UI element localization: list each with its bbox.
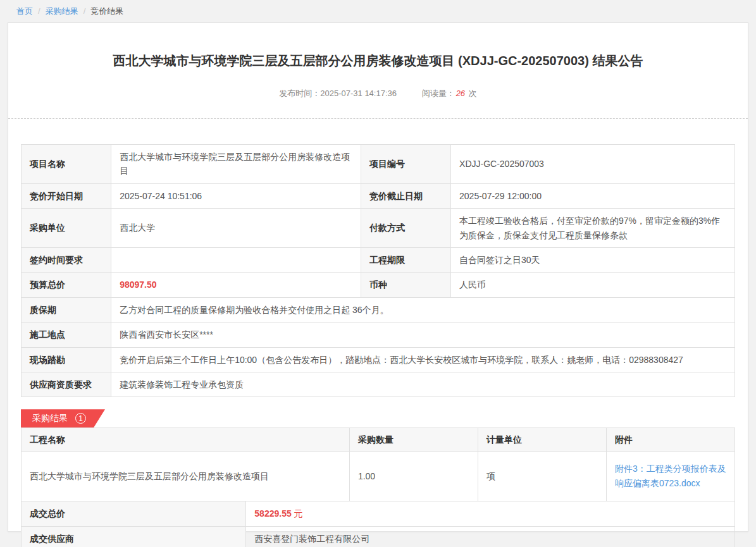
project-info-table: 项目名称 西北大学城市与环境学院三层及五层部分公用房装修改造项目 项目编号 XD…: [21, 144, 735, 397]
result-project-name: 西北大学城市与环境学院三层及五层部分公用房装修改造项目: [22, 452, 350, 501]
meta-line: 发布时间：2025-07-31 14:17:36 阅读量：26 次: [21, 88, 735, 99]
field-value-payment-method: 本工程竣工验收合格后，付至审定价款的97%，留审定金额的3%作为质保金，质保金支…: [451, 209, 735, 248]
field-value-site-survey: 竞价开启后第三个工作日上午10:00（包含公告发布日），踏勘地点：西北大学长安校…: [111, 347, 735, 372]
result-quantity: 1.00: [349, 452, 478, 501]
field-value-project-name: 西北大学城市与环境学院三层及五层部分公用房装修改造项目: [111, 145, 361, 184]
column-header-project-name: 工程名称: [22, 428, 350, 452]
field-label-construction-site: 施工地点: [22, 323, 111, 347]
table-row: 成交供应商 西安喜登门装饰工程有限公司: [22, 526, 735, 547]
field-value-project-duration: 自合同签订之日30天: [451, 247, 735, 272]
table-row: 施工地点 陕西省西安市长安区****: [22, 323, 735, 347]
field-value-budget-total: 98097.50: [111, 273, 361, 297]
field-label-project-number: 项目编号: [361, 145, 450, 184]
table-row: 采购单位 西北大学 付款方式 本工程竣工验收合格后，付至审定价款的97%，留审定…: [22, 209, 735, 248]
table-row: 供应商资质要求 建筑装修装饰工程专业承包资质: [22, 372, 735, 396]
page-title: 西北大学城市与环境学院三层及五层部分公用房装修改造项目 (XDJJ-GC-202…: [59, 23, 697, 70]
breadcrumb-current-bidding-results: 竞价结果: [90, 6, 123, 16]
field-value-warranty-period: 乙方对合同工程的质量保修期为验收合格并交付使用之日起 36个月。: [111, 297, 735, 322]
field-label-payment-method: 付款方式: [361, 209, 450, 248]
table-row: 项目名称 西北大学城市与环境学院三层及五层部分公用房装修改造项目 项目编号 XD…: [22, 145, 735, 184]
field-label-project-name: 项目名称: [22, 145, 111, 184]
procurement-result-table: 工程名称 采购数量 计量单位 附件 西北大学城市与环境学院三层及五层部分公用房装…: [21, 427, 735, 501]
breadcrumb-link-home[interactable]: 首页: [16, 6, 33, 16]
publish-time: 发布时间：2025-07-31 14:17:36: [279, 89, 397, 98]
breadcrumb: 首页/采购结果/竞价结果: [0, 0, 756, 22]
field-label-warranty-period: 质保期: [22, 297, 111, 322]
table-row: 质保期 乙方对合同工程的质量保修期为验收合格并交付使用之日起 36个月。: [22, 297, 735, 322]
view-count: 阅读量：26 次: [422, 89, 477, 98]
table-header-row: 工程名称 采购数量 计量单位 附件: [22, 428, 735, 452]
field-value-bid-end-date: 2025-07-29 12:00:00: [451, 183, 735, 208]
field-value-bid-start-date: 2025-07-24 10:51:06: [111, 183, 361, 208]
breadcrumb-separator: /: [84, 6, 86, 16]
field-label-deal-supplier: 成交供应商: [22, 526, 246, 547]
announcement-card: 西北大学城市与环境学院三层及五层部分公用房装修改造项目 (XDJJ-GC-202…: [8, 22, 748, 532]
field-label-site-survey: 现场踏勘: [22, 347, 111, 372]
field-label-supplier-qualification: 供应商资质要求: [22, 372, 111, 396]
table-row: 西北大学城市与环境学院三层及五层部分公用房装修改造项目 1.00 项 附件3：工…: [22, 452, 735, 501]
field-label-bid-start-date: 竞价开始日期: [22, 183, 111, 208]
column-header-unit: 计量单位: [478, 428, 606, 452]
table-row: 成交总价 58229.55 元: [22, 501, 735, 526]
field-value-construction-site: 陕西省西安市长安区****: [111, 323, 735, 347]
view-count-number: 26: [456, 89, 465, 98]
field-label-signing-time: 签约时间要求: [22, 247, 111, 272]
table-row: 现场踏勘 竞价开启后第三个工作日上午10:00（包含公告发布日），踏勘地点：西北…: [22, 347, 735, 372]
attachment-link[interactable]: 附件3：工程类分项报价表及响应偏离表0723.docx: [615, 462, 726, 492]
field-label-purchasing-unit: 采购单位: [22, 209, 111, 248]
deal-price-unit: 元: [294, 508, 303, 519]
breadcrumb-link-procurement-results[interactable]: 采购结果: [46, 6, 78, 16]
field-value-deal-total-price: 58229.55 元: [246, 501, 735, 526]
deal-summary-table: 成交总价 58229.55 元 成交供应商 西安喜登门装饰工程有限公司: [21, 501, 735, 547]
deal-price-number: 58229.55: [254, 508, 291, 519]
result-unit: 项: [478, 452, 606, 501]
table-row: 签约时间要求 工程期限 自合同签订之日30天: [22, 247, 735, 272]
column-header-attachment: 附件: [606, 428, 734, 452]
table-row: 预算总价 98097.50 币种 人民币: [22, 273, 735, 297]
field-value-project-number: XDJJ-GC-202507003: [451, 145, 735, 184]
table-row: 竞价开始日期 2025-07-24 10:51:06 竞价截止日期 2025-0…: [22, 183, 735, 208]
field-value-supplier-qualification: 建筑装修装饰工程专业承包资质: [111, 372, 735, 396]
result-count-badge: 1: [75, 413, 86, 424]
procurement-result-ribbon: 采购结果 1: [21, 409, 105, 427]
field-value-deal-supplier: 西安喜登门装饰工程有限公司: [246, 526, 735, 547]
field-label-deal-total-price: 成交总价: [22, 501, 246, 526]
field-value-currency: 人民币: [451, 273, 735, 297]
column-header-quantity: 采购数量: [349, 428, 478, 452]
field-label-budget-total: 预算总价: [22, 273, 111, 297]
dashed-divider: [8, 118, 748, 119]
field-label-bid-end-date: 竞价截止日期: [361, 183, 450, 208]
field-value-purchasing-unit: 西北大学: [111, 209, 361, 248]
ribbon-label: 采购结果: [32, 413, 68, 424]
field-label-project-duration: 工程期限: [361, 247, 450, 272]
field-value-signing-time: [111, 247, 361, 272]
field-label-currency: 币种: [361, 273, 450, 297]
breadcrumb-separator: /: [38, 6, 40, 16]
